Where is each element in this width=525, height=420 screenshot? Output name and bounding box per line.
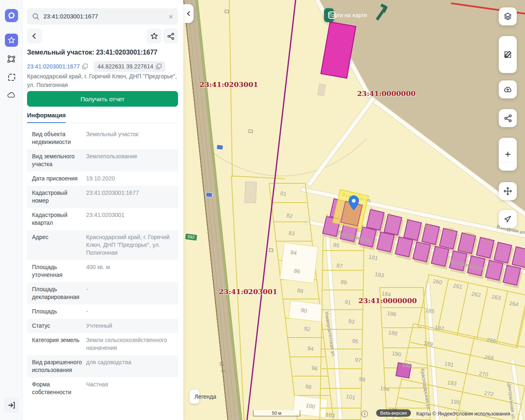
chevron-left-icon — [186, 11, 192, 16]
app-logo[interactable] — [5, 9, 18, 22]
cloud-icon[interactable] — [5, 89, 18, 102]
area-select-icon[interactable] — [5, 71, 18, 84]
coordinates-chip[interactable]: 44.822631 39.227614 — [94, 61, 165, 72]
info-row: АдресКраснодарский край, г. Горячий Ключ… — [27, 230, 178, 260]
info-row: Площадь- — [27, 304, 178, 319]
parcel-number: 89 — [340, 278, 347, 285]
info-icon[interactable]: i — [361, 411, 368, 417]
parcel-number: 96 — [311, 365, 318, 372]
polygon-select-icon[interactable] — [5, 52, 18, 66]
parcel-number: 266 — [486, 337, 497, 345]
info-row-value: 23:41:0203001 — [86, 211, 173, 227]
map-attribution[interactable]: Карты © Яндекс — [416, 411, 455, 417]
login-icon[interactable] — [4, 398, 19, 413]
sidebar-item-favorites[interactable] — [5, 34, 18, 47]
move-icon — [503, 187, 512, 196]
info-row-value: 19.10.2020 — [86, 175, 173, 183]
highlighted-parcel[interactable] — [395, 237, 413, 258]
layers-icon — [503, 12, 512, 21]
favorite-button[interactable] — [147, 29, 162, 43]
parcel-number: 272 — [484, 390, 494, 398]
coordinates-value: 44.822631 39.227614 — [97, 63, 153, 70]
parcel-number: 195 — [450, 398, 461, 406]
info-row-label: Вид объекта недвижимости — [32, 130, 86, 146]
copy-icon[interactable] — [82, 64, 88, 69]
parcel-number: 103 — [325, 411, 336, 419]
parcel-number: 95 — [352, 338, 358, 345]
parcel-number: 83 — [288, 230, 295, 237]
info-row-label: Площадь — [32, 308, 86, 315]
chevron-left-icon — [31, 32, 38, 40]
highlighted-parcel[interactable] — [413, 242, 431, 262]
map-pin-icon — [348, 195, 359, 210]
highlighted-parcel[interactable] — [366, 209, 384, 231]
terms-link[interactable]: Условия использования — [453, 411, 510, 417]
draw-edit-button[interactable] — [499, 46, 517, 64]
info-row: Кадастровый номер23:41:0203001:1677 — [27, 186, 178, 208]
highlighted-parcel[interactable] — [403, 219, 422, 241]
highlighted-parcel[interactable] — [503, 265, 521, 286]
layers-button[interactable] — [499, 7, 517, 25]
zoom-out-button[interactable]: − — [499, 146, 517, 162]
upload-button[interactable] — [499, 80, 517, 98]
info-row-label: Площадь декларированная — [32, 285, 86, 301]
parcel-number: 270 — [479, 370, 489, 378]
highlighted-parcel[interactable] — [493, 242, 512, 264]
highlighted-parcel[interactable] — [320, 21, 356, 78]
highlighted-parcel[interactable] — [511, 247, 525, 268]
share-icon — [504, 114, 512, 123]
parcel-info-panel: 23:41:0203001:1677 × Земельный участок: … — [23, 0, 183, 420]
cadastral-quarter-label: 23:41:0000000 — [357, 89, 416, 98]
app-window: { "rail": { "icons": ["app-logo","favori… — [0, 0, 525, 420]
map-canvas[interactable]: М-4 592 23:41:020300123:41:000000023:41:… — [183, 0, 525, 420]
info-row-label: Кадастровый номер — [32, 189, 86, 205]
trades-on-map-toggle[interactable]: Торги на карте — [324, 8, 334, 22]
highlighted-parcel[interactable] — [377, 232, 395, 253]
parcel-number: 94 — [307, 345, 314, 352]
parcel-number: 82 — [286, 212, 293, 219]
parcel-number: 261 — [453, 283, 463, 290]
legend-button[interactable]: Легенда — [189, 390, 199, 404]
info-row-value: - — [86, 285, 173, 301]
parcel-number: 189 — [423, 340, 434, 348]
clear-search-icon[interactable]: × — [169, 13, 173, 21]
object-header-toolbar — [27, 29, 178, 43]
info-row-label: Вид земельного участка — [32, 153, 86, 168]
tab-information[interactable]: Информация — [27, 112, 66, 123]
parcel-number: 181 — [368, 254, 379, 262]
info-row: Категория земельЗемли сельскохозяйственн… — [27, 333, 178, 355]
search-value[interactable]: 23:41:0203001:1677 — [43, 13, 169, 20]
parcel-number: 88 — [297, 287, 304, 294]
trades-arrow-decor — [369, 3, 388, 22]
highlighted-parcel[interactable] — [383, 214, 402, 236]
parcel-number: 193 — [447, 379, 457, 387]
search-input[interactable]: 23:41:0203001:1677 × — [27, 8, 178, 25]
edit-icon — [503, 50, 512, 59]
info-row: Площадь декларированная- — [27, 282, 178, 304]
back-button[interactable] — [27, 29, 42, 43]
parcel-number-small: 19 — [484, 237, 490, 242]
parcel-number: 263 — [491, 294, 502, 301]
parcel-number: 97 — [354, 356, 361, 363]
info-row-label: Кадастровый квартал — [32, 211, 86, 227]
parcel-number: 100 — [306, 402, 316, 410]
copy-icon[interactable] — [156, 64, 162, 69]
parcel-number: 86 — [293, 267, 300, 274]
cadastral-number-link[interactable]: 23:41:0203001:1677 — [27, 63, 80, 70]
share-button[interactable] — [163, 29, 178, 43]
collapse-sidebar-button[interactable] — [183, 4, 194, 23]
highlighted-parcel[interactable] — [485, 260, 504, 281]
get-report-button[interactable]: Получить отчет — [27, 91, 178, 107]
info-row: Вид разрешенного использованиядля садово… — [27, 355, 178, 377]
cloud-upload-icon — [503, 84, 513, 94]
highlighted-parcel[interactable] — [431, 246, 450, 267]
locate-me-button[interactable] — [499, 210, 517, 228]
tab-bar: Информация — [27, 112, 178, 123]
search-icon — [32, 13, 39, 20]
beta-badge: Beta-версия — [376, 409, 411, 417]
object-address: Краснодарский край, г. Горячий Ключ, ДНП… — [27, 72, 180, 89]
star-icon — [150, 32, 158, 40]
parcel-number: 87 — [336, 262, 343, 269]
pan-mode-button[interactable] — [499, 182, 517, 200]
share-map-button[interactable] — [499, 109, 517, 127]
